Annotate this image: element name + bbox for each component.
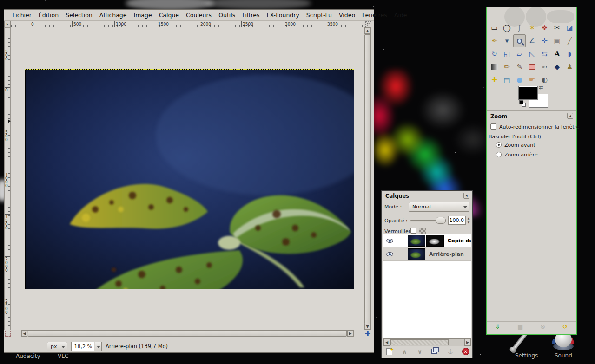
color-picker-tool-icon[interactable]: ▾	[501, 34, 513, 47]
scale-tool-icon[interactable]: ◱	[501, 47, 513, 60]
anchor-layer-button[interactable]: ⚓	[445, 347, 456, 356]
unit-dropdown[interactable]: px	[47, 342, 67, 351]
perspective-tool-icon[interactable]: ◺	[526, 47, 538, 60]
image-menu-button[interactable]: ▸	[4, 21, 11, 27]
vertical-ruler[interactable]: -500050010001500200025003000	[4, 27, 11, 330]
layer-mask-thumbnail[interactable]	[426, 235, 444, 247]
smudge-tool-icon[interactable]: ☛	[526, 73, 538, 86]
delete-tool-options-button[interactable]: ⊗	[540, 323, 545, 331]
scroll-left-button[interactable]: ◀	[383, 339, 390, 346]
radio-zoom-arri-re[interactable]	[496, 152, 502, 157]
free-select-tool-icon[interactable]: ʃ	[513, 21, 526, 34]
raise-layer-button[interactable]: ∧	[399, 347, 410, 356]
zoom-tool-icon[interactable]	[513, 34, 526, 47]
scroll-down-button[interactable]: ▼	[364, 324, 370, 330]
layer-row-1[interactable]: Copie de Ar	[383, 234, 471, 247]
menu-couleurs[interactable]: Couleurs	[186, 12, 212, 19]
auto-resize-checkbox[interactable]	[490, 124, 496, 130]
save-tool-options-button[interactable]: ⇓	[495, 323, 500, 331]
lock-alpha-checkbox[interactable]	[410, 228, 416, 234]
horizontal-scrollbar[interactable]: ◀ ▶	[21, 330, 354, 337]
layer-visibility-eye-icon[interactable]	[386, 252, 393, 256]
layers-scroll-thumb[interactable]	[390, 339, 449, 345]
hscroll-thumb[interactable]	[28, 331, 347, 337]
foreground-select-tool-icon[interactable]: ◪	[563, 21, 576, 34]
paintbrush-tool-icon[interactable]: ✎	[513, 60, 526, 73]
image-layer-boundary[interactable]	[25, 69, 354, 289]
menu-affichage[interactable]: Affichage	[99, 12, 127, 19]
layer-thumbnail[interactable]	[408, 235, 425, 247]
menu-dition[interactable]: Édition	[39, 12, 59, 19]
vertical-scrollbar[interactable]: ▲ ▼	[364, 27, 371, 330]
scroll-right-button[interactable]: ▶	[464, 339, 471, 346]
menu-slection[interactable]: Sélection	[66, 12, 93, 19]
eraser-tool-icon[interactable]	[526, 60, 538, 73]
scroll-left-button[interactable]: ◀	[21, 331, 27, 337]
blend-tool-icon[interactable]	[488, 60, 501, 73]
duplicate-layer-button[interactable]	[430, 347, 440, 356]
rect-select-tool-icon[interactable]: ▭	[488, 21, 501, 34]
reset-tool-options-button[interactable]: ↺	[562, 323, 568, 331]
crop-tool-icon[interactable]: ╱	[563, 34, 576, 47]
select-by-color-tool-icon[interactable]: ❖	[538, 21, 551, 34]
opacity-value-input[interactable]: 100,0	[448, 216, 466, 225]
scissors-select-tool-icon[interactable]: ✂	[551, 21, 563, 34]
navigation-button[interactable]: ✚	[364, 330, 371, 338]
horizontal-ruler[interactable]: 05001000150020002500300035004	[11, 21, 364, 27]
lower-layer-button[interactable]: ∨	[415, 347, 425, 356]
zoom-level-input[interactable]: 18,2 %	[71, 342, 94, 351]
zoom-follow-window-button[interactable]	[365, 21, 371, 27]
vscroll-thumb[interactable]	[364, 34, 370, 324]
layer-mode-dropdown[interactable]: Normal	[409, 202, 469, 212]
delete-layer-button[interactable]: ✕	[461, 347, 471, 356]
shear-tool-icon[interactable]: ▱	[513, 47, 526, 60]
menu-fichier[interactable]: Fichier	[13, 12, 32, 19]
fuzzy-select-tool-icon[interactable]: ✶	[526, 21, 538, 34]
menu-calque[interactable]: Calque	[159, 12, 179, 19]
layers-hscrollbar[interactable]: ◀ ▶	[383, 338, 471, 346]
menu-filtres[interactable]: Filtres	[242, 12, 259, 19]
measure-tool-icon[interactable]: ∠	[526, 34, 538, 47]
flip-tool-icon[interactable]: ⇆	[538, 47, 551, 60]
desktop-icon-sound[interactable]: Sound	[555, 352, 572, 359]
zoom-dropdown-button[interactable]	[95, 342, 102, 351]
airbrush-tool-icon[interactable]: ➳	[538, 60, 551, 73]
restore-tool-options-button[interactable]: ▤	[517, 323, 523, 331]
text-tool-icon[interactable]: A	[551, 47, 563, 60]
foreground-color-swatch[interactable]	[518, 86, 538, 100]
canvas-area[interactable]	[11, 27, 364, 330]
taskbar-item-vlc[interactable]: VLC	[58, 353, 68, 359]
desktop-icon-settings[interactable]: Settings	[515, 352, 538, 359]
reset-colors-icon[interactable]	[519, 100, 527, 108]
clone-tool-icon[interactable]: ♟	[563, 60, 576, 73]
layer-thumbnail[interactable]	[408, 248, 425, 260]
rotate-tool-icon[interactable]: ↻	[488, 47, 501, 60]
swap-colors-icon[interactable]: ⇄	[539, 84, 543, 91]
opacity-spin-buttons[interactable]: ▲▼	[466, 216, 471, 225]
menu-fxfoundry[interactable]: FX-Foundry	[266, 12, 299, 19]
scroll-right-button[interactable]: ▶	[347, 331, 353, 337]
menu-scriptfu[interactable]: Script-Fu	[306, 12, 332, 19]
opacity-slider-thumb[interactable]	[436, 217, 446, 224]
menu-image[interactable]: Image	[133, 12, 152, 19]
paths-tool-icon[interactable]: ✒	[488, 34, 501, 47]
blur-sharpen-tool-icon[interactable]: ●	[513, 73, 526, 86]
pencil-tool-icon[interactable]: ✏	[501, 60, 513, 73]
radio-zoom-avant[interactable]	[496, 142, 502, 148]
heal-tool-icon[interactable]: ✚	[488, 73, 501, 86]
menu-video[interactable]: Video	[339, 12, 355, 19]
layer-visibility-eye-icon[interactable]	[386, 239, 393, 243]
layer-row-2[interactable]: Arrière-plan	[383, 247, 471, 261]
scroll-up-button[interactable]: ▲	[364, 28, 370, 34]
collapse-button[interactable]: ◂	[463, 193, 469, 199]
menu-fentres[interactable]: Fenêtres	[362, 12, 387, 19]
align-tool-icon[interactable]: ▣	[551, 34, 563, 47]
menu-aide[interactable]: Aide	[394, 12, 407, 19]
taskbar-item-audacity[interactable]: Audacity	[16, 353, 40, 359]
layer-link-cell[interactable]	[397, 234, 402, 247]
menu-outils[interactable]: Outils	[218, 12, 235, 19]
move-tool-icon[interactable]: ✛	[538, 34, 551, 47]
bucket-fill-tool-icon[interactable]: ◗	[563, 47, 576, 60]
perspective-clone-tool-icon[interactable]: ▤	[501, 73, 513, 86]
ink-tool-icon[interactable]: ◆	[551, 60, 563, 73]
